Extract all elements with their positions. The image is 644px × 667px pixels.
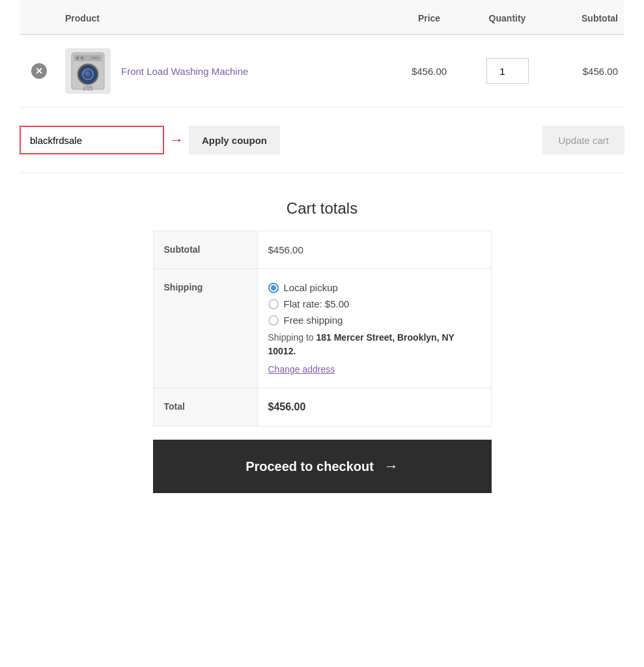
total-value: $456.00 — [258, 388, 491, 426]
quantity-cell — [468, 58, 546, 84]
coupon-row: → Apply coupon Update cart — [20, 107, 624, 173]
cart-totals-section: Cart totals Subtotal $456.00 Shipping Lo… — [20, 199, 624, 493]
col-remove-header — [20, 13, 59, 23]
col-subtotal-header: Subtotal — [546, 13, 624, 23]
svg-point-7 — [76, 57, 79, 60]
product-name[interactable]: Front Load Washing Machine — [121, 66, 248, 77]
subtotal-row: Subtotal $456.00 — [154, 231, 491, 269]
checkout-btn-wrapper: Proceed to checkout → — [153, 427, 492, 493]
total-row: Total $456.00 — [154, 388, 491, 426]
shipping-option-flat-rate[interactable]: Flat rate: $5.00 — [268, 298, 481, 309]
washing-machine-svg: STEAM REFRESH — [68, 51, 107, 91]
quantity-input[interactable] — [486, 58, 529, 84]
cart-totals-title: Cart totals — [287, 199, 357, 218]
update-cart-button[interactable]: Update cart — [542, 126, 624, 154]
col-price-header: Price — [390, 13, 468, 23]
col-quantity-header: Quantity — [468, 13, 546, 23]
subtotal-label: Subtotal — [154, 231, 258, 268]
proceed-to-checkout-button[interactable]: Proceed to checkout → — [153, 440, 492, 493]
svg-rect-9 — [91, 57, 99, 59]
remove-item-button[interactable]: ✕ — [20, 63, 59, 79]
shipping-address-prefix: Shipping to — [268, 332, 316, 343]
radio-free-shipping[interactable] — [268, 315, 279, 326]
svg-text:REFRESH: REFRESH — [83, 89, 94, 91]
shipping-label: Shipping — [154, 269, 258, 388]
shipping-row: Shipping Local pickup Flat rate: $5.00 — [154, 269, 491, 388]
shipping-free-label: Free shipping — [284, 315, 343, 326]
shipping-address: Shipping to 181 Mercer Street, Brooklyn,… — [268, 331, 481, 358]
remove-icon[interactable]: ✕ — [31, 63, 47, 79]
radio-local-pickup[interactable] — [268, 283, 279, 293]
shipping-option-local-pickup[interactable]: Local pickup — [268, 282, 481, 293]
product-price: $456.00 — [390, 66, 468, 77]
coupon-arrow: → — [164, 132, 189, 149]
cart-row: ✕ STEAM REFRESH — [20, 35, 624, 107]
product-link[interactable]: Front Load Washing Machine — [121, 66, 248, 77]
checkout-arrow-icon: → — [384, 458, 399, 475]
svg-point-8 — [81, 57, 84, 60]
cart-totals-table: Subtotal $456.00 Shipping Local pickup — [153, 231, 492, 427]
subtotal-value: $456.00 — [258, 231, 491, 268]
product-cell: STEAM REFRESH Front Load Washing Machine — [59, 48, 390, 94]
radio-inner — [271, 285, 276, 291]
radio-flat-rate[interactable] — [268, 299, 279, 309]
coupon-input[interactable] — [20, 126, 164, 154]
shipping-options: Local pickup Flat rate: $5.00 Free shipp… — [258, 269, 491, 388]
coupon-left: → Apply coupon — [20, 126, 280, 154]
apply-coupon-button[interactable]: Apply coupon — [189, 126, 280, 154]
proceed-label: Proceed to checkout — [245, 459, 374, 474]
product-subtotal: $456.00 — [546, 66, 624, 77]
red-arrow-icon: → — [169, 132, 184, 149]
product-image: STEAM REFRESH — [65, 48, 111, 94]
shipping-flat-rate-label: Flat rate: $5.00 — [284, 298, 350, 309]
total-label: Total — [154, 388, 258, 426]
col-product-header: Product — [59, 13, 390, 23]
change-address-link[interactable]: Change address — [268, 364, 335, 375]
shipping-local-pickup-label: Local pickup — [284, 282, 338, 293]
shipping-option-free[interactable]: Free shipping — [268, 315, 481, 326]
cart-table-header: Product Price Quantity Subtotal — [20, 0, 624, 35]
